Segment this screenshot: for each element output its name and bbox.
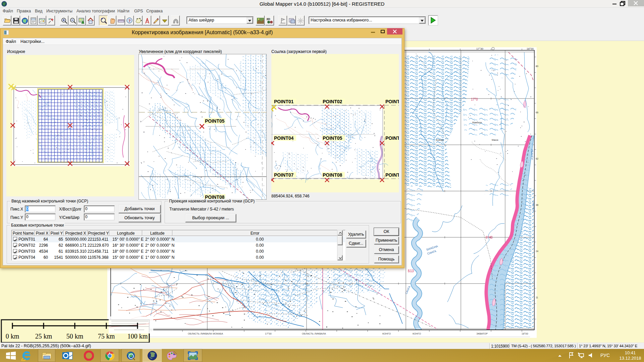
svg-text:ЭКВАТОР: ЭКВАТОР [476,332,488,335]
svg-text:?: ? [128,18,131,23]
svg-text:66: 66 [536,111,538,114]
svg-text:POINT05: POINT05 [323,135,342,141]
svg-text:50 km: 50 km [66,333,84,340]
svg-text:POINT05: POINT05 [205,118,225,124]
svg-text:POINT0: POINT0 [385,172,399,178]
svg-text:POINT0: POINT0 [385,99,399,104]
svg-text:ОБЛАСТЬ ЛИКВАЛА МОКАБА: ОБЛАСТЬ ЛИКВАЛА МОКАБА [188,332,223,335]
svg-text:КОНГО: КОНГО [382,332,391,335]
svg-text:POINT0: POINT0 [385,135,399,141]
svg-text:Бокома: Бокома [436,139,444,141]
svg-text:3D: 3D [266,17,270,21]
svg-text:POINT07: POINT07 [274,172,294,178]
svg-text:Мамбили: Мамбили [472,121,482,124]
svg-text:POINT04: POINT04 [274,135,294,141]
svg-text:52: 52 [536,158,538,160]
svg-text:100 km: 100 km [127,333,148,340]
svg-text:18°00: 18°00 [527,47,534,50]
svg-text:17°30: 17°30 [476,47,484,50]
svg-text:КОНГО: КОНГО [413,332,421,335]
svg-text:Б13: Б13 [408,269,414,273]
svg-text:0 km: 0 km [6,333,19,340]
svg-text:24: 24 [536,250,538,252]
svg-text:POINT02: POINT02 [323,99,342,104]
svg-text:POINT01: POINT01 [274,99,294,104]
svg-text:38: 38 [536,204,538,206]
svg-text:17°00: 17°00 [265,332,272,335]
svg-text:UBANGI: UBANGI [532,201,535,212]
svg-text:ОБЛАСТЬ ЛИКВАЛА: ОБЛАСТЬ ЛИКВАЛА [302,332,326,335]
svg-text:80: 80 [536,65,538,67]
svg-text:25 km: 25 km [35,333,52,340]
svg-text:75 km: 75 km [98,333,115,340]
svg-text:18°00: 18°00 [522,332,528,335]
svg-text:POINT08: POINT08 [323,172,342,178]
svg-text:Макоа: Макоа [492,139,498,141]
svg-text:11: 11 [536,296,538,299]
svg-text:УБАНГИ: УБАНГИ [531,149,534,160]
svg-text:6°40: 6°40 [486,236,493,239]
svg-text:17°0: 17°0 [471,98,478,101]
